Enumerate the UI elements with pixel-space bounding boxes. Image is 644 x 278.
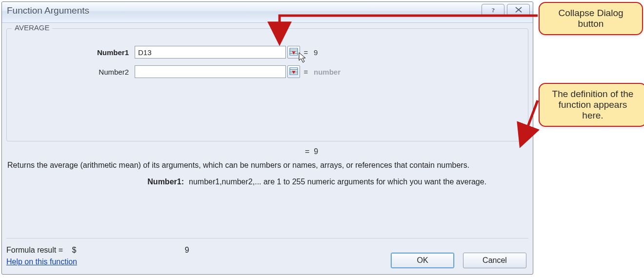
close-button[interactable]	[507, 4, 530, 17]
svg-rect-6	[293, 52, 294, 54]
function-description: Returns the average (arithmetic mean) of…	[7, 161, 527, 170]
equals-sign: =	[305, 147, 309, 156]
collapse-dialog-icon	[289, 67, 298, 77]
formula-result-label: Formula result =	[6, 246, 63, 255]
svg-rect-12	[293, 71, 294, 74]
number2-input[interactable]	[135, 65, 286, 78]
equals-sign: =	[300, 48, 312, 57]
overall-result-line: = 9	[6, 147, 528, 156]
help-icon: ?	[488, 6, 499, 15]
argument-label: Number1	[7, 48, 135, 57]
function-arguments-dialog: Function Arguments ? AVERAGE Number1	[1, 1, 533, 275]
titlebar[interactable]: Function Arguments ?	[2, 2, 533, 23]
argument-description-name: Number1:	[7, 178, 189, 186]
formula-result-value: 9	[185, 246, 189, 255]
formula-result-currency: $	[72, 246, 77, 255]
dialog-title: Function Arguments	[7, 5, 89, 16]
callout-collapse-dialog: Collapse Dialog button	[539, 2, 643, 35]
number1-input[interactable]	[135, 46, 286, 59]
svg-text:?: ?	[491, 6, 494, 13]
argument-description-row: Number1: number1,number2,... are 1 to 25…	[7, 178, 528, 186]
help-button[interactable]: ?	[482, 4, 504, 17]
arguments-group: AVERAGE Number1	[6, 28, 528, 141]
argument-row: Number2	[7, 63, 528, 80]
cancel-button[interactable]: Cancel	[463, 253, 526, 268]
help-on-function-link[interactable]: Help on this function	[6, 258, 77, 266]
argument-evaluated-value: number	[312, 68, 341, 76]
callout-function-definition: The definition of the function appears h…	[539, 83, 644, 127]
overall-result-value: 9	[314, 147, 318, 156]
argument-row: Number1	[7, 43, 528, 61]
collapse-dialog-button[interactable]	[287, 65, 300, 78]
close-icon	[513, 6, 524, 15]
argument-description-text: number1,number2,... are 1 to 255 numeric…	[189, 178, 528, 186]
divider	[6, 238, 528, 238]
collapse-dialog-icon	[289, 47, 298, 58]
function-name-legend: AVERAGE	[12, 23, 52, 32]
ok-button[interactable]: OK	[391, 253, 454, 268]
argument-evaluated-value: 9	[312, 48, 318, 57]
equals-sign: =	[300, 68, 312, 76]
collapse-dialog-button[interactable]	[287, 46, 300, 59]
argument-label: Number2	[7, 68, 135, 76]
